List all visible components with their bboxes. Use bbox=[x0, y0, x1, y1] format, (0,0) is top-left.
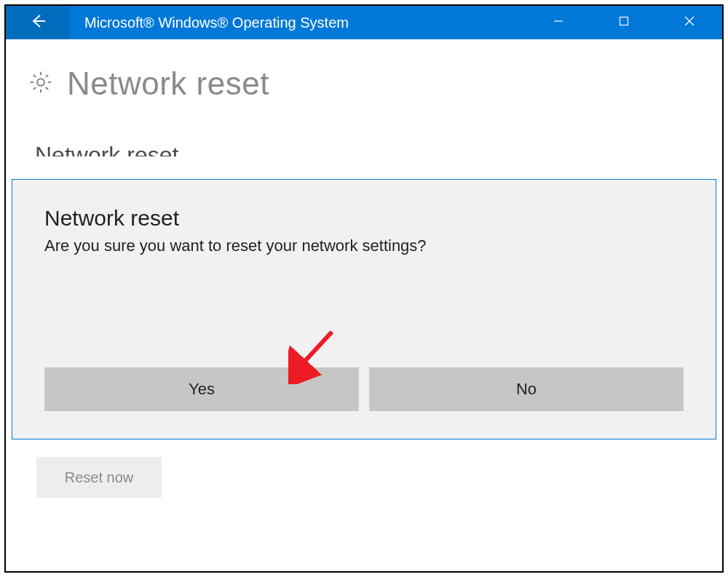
window-frame: Microsoft® Windows® Operating System bbox=[4, 4, 724, 573]
maximize-button[interactable] bbox=[591, 6, 657, 39]
no-button[interactable]: No bbox=[369, 367, 684, 411]
dialog-buttons: Yes No bbox=[44, 367, 684, 417]
window-controls bbox=[526, 6, 722, 39]
content-area: Network reset Network reset bbox=[6, 39, 722, 156]
confirmation-dialog: Network reset Are you sure you want to r… bbox=[12, 179, 716, 439]
window-title: Microsoft® Windows® Operating System bbox=[70, 6, 526, 39]
maximize-icon bbox=[618, 15, 630, 30]
close-button[interactable] bbox=[657, 6, 722, 39]
dialog-message: Are you sure you want to reset your netw… bbox=[44, 236, 684, 255]
gear-icon bbox=[28, 69, 54, 98]
arrow-left-icon bbox=[29, 12, 47, 33]
minimize-icon bbox=[553, 15, 564, 30]
page-title: Network reset bbox=[67, 65, 269, 102]
back-button[interactable] bbox=[6, 6, 70, 39]
page-heading-row: Network reset bbox=[28, 65, 700, 102]
svg-rect-1 bbox=[620, 17, 628, 25]
truncated-section-heading: Network reset bbox=[35, 142, 700, 156]
dialog-title: Network reset bbox=[44, 206, 684, 231]
titlebar: Microsoft® Windows® Operating System bbox=[6, 6, 722, 39]
yes-button[interactable]: Yes bbox=[44, 367, 359, 411]
minimize-button[interactable] bbox=[526, 6, 591, 39]
reset-now-button[interactable]: Reset now bbox=[36, 457, 162, 498]
close-icon bbox=[684, 15, 695, 30]
svg-point-4 bbox=[37, 79, 44, 86]
